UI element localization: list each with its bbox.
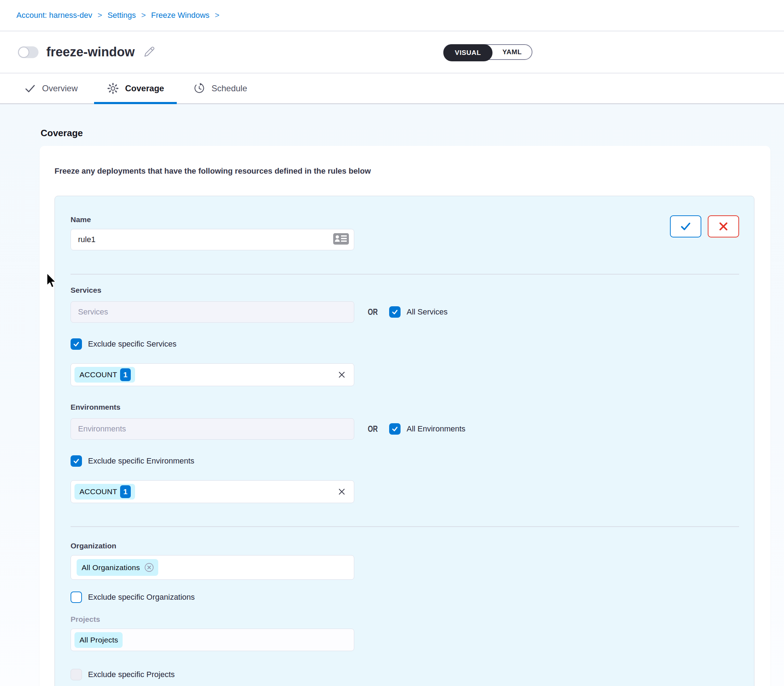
toggle-knob: [18, 47, 29, 58]
environments-label: Environments: [70, 403, 739, 412]
rule-name-input[interactable]: [70, 229, 354, 250]
tab-coverage[interactable]: Coverage: [94, 74, 177, 103]
divider: [70, 274, 739, 274]
breadcrumb-link-account[interactable]: Account: harness-dev: [16, 11, 92, 20]
breadcrumb-separator: >: [98, 11, 102, 20]
exclude-environments-checkbox[interactable]: [70, 455, 82, 467]
tag-text: All Organizations: [81, 564, 140, 572]
exclude-services-label: Exclude specific Services: [88, 340, 176, 349]
exclude-organizations-checkbox[interactable]: [70, 591, 82, 603]
breadcrumb-separator: >: [215, 11, 220, 20]
services-input: [70, 301, 354, 323]
checkmark-icon: [73, 340, 80, 348]
coverage-description: Freeze any deployments that have the fol…: [54, 167, 771, 176]
checkmark-icon: [391, 425, 398, 433]
tab-label: Schedule: [211, 83, 247, 93]
environments-input: [70, 418, 354, 439]
all-projects-tag: All Projects: [75, 632, 122, 648]
organization-label: Organization: [70, 542, 739, 550]
rule-cancel-button[interactable]: [708, 216, 739, 237]
freeze-rule-card: Name: [54, 196, 755, 686]
schedule-clock-icon: [193, 82, 205, 95]
services-label: Services: [70, 286, 739, 294]
organization-input[interactable]: All Organizations: [70, 555, 354, 580]
page-title: freeze-window: [46, 44, 135, 60]
visual-yaml-toggle: VISUAL YAML: [443, 44, 532, 60]
coverage-content: Coverage Freeze any deployments that hav…: [0, 104, 784, 686]
or-label: OR: [368, 424, 378, 434]
checkmark-icon: [73, 457, 80, 465]
section-title: Coverage: [41, 127, 784, 139]
tab-label: Overview: [42, 83, 78, 93]
id-card-icon: [333, 231, 349, 248]
clear-icon[interactable]: [337, 371, 346, 379]
excluded-services-input[interactable]: ACCOUNT 1: [70, 363, 354, 386]
exclude-services-checkbox[interactable]: [70, 338, 82, 350]
freeze-enable-toggle[interactable]: [18, 46, 39, 58]
name-label: Name: [70, 216, 354, 224]
exclude-projects-label: Exclude specific Projects: [88, 670, 174, 679]
rule-confirm-button[interactable]: [670, 216, 701, 237]
breadcrumb-link-settings[interactable]: Settings: [108, 11, 136, 20]
blue-check-icon: [680, 220, 692, 232]
divider: [70, 526, 739, 527]
red-x-icon: [718, 221, 729, 232]
tabs-bar: Overview Coverage Schedule: [0, 74, 784, 104]
yaml-segment[interactable]: YAML: [492, 45, 532, 59]
exclude-projects-checkbox: [70, 669, 82, 680]
checkmark-icon: [391, 309, 398, 315]
breadcrumb: Account: harness-dev > Settings > Freeze…: [0, 0, 784, 31]
breadcrumb-link-freeze-windows[interactable]: Freeze Windows: [151, 11, 210, 20]
tag-scope: ACCOUNT: [80, 371, 117, 379]
tag-count-badge: 1: [120, 485, 131, 498]
tag-count-badge: 1: [120, 368, 131, 381]
excluded-environments-input[interactable]: ACCOUNT 1: [70, 480, 354, 503]
tag-text: All Projects: [80, 636, 118, 644]
all-services-checkbox[interactable]: [389, 306, 401, 318]
remove-tag-icon[interactable]: [144, 563, 154, 572]
tab-overview[interactable]: Overview: [24, 74, 78, 103]
gear-icon: [107, 82, 119, 95]
all-organizations-tag[interactable]: All Organizations: [77, 559, 158, 576]
all-environments-checkbox[interactable]: [389, 423, 401, 434]
excluded-environments-tag[interactable]: ACCOUNT 1: [75, 484, 135, 500]
breadcrumb-separator: >: [141, 11, 146, 20]
exclude-organizations-label: Exclude specific Organizations: [88, 593, 195, 602]
clear-icon[interactable]: [337, 487, 346, 496]
tag-scope: ACCOUNT: [80, 487, 117, 496]
visual-segment[interactable]: VISUAL: [443, 44, 492, 61]
check-icon: [24, 83, 36, 95]
tab-label: Coverage: [125, 83, 164, 93]
coverage-card: Freeze any deployments that have the fol…: [39, 146, 771, 686]
title-bar: freeze-window VISUAL YAML: [0, 31, 784, 74]
all-services-label: All Services: [407, 307, 448, 317]
or-label: OR: [368, 307, 378, 317]
projects-label: Projects: [70, 615, 739, 624]
excluded-services-tag[interactable]: ACCOUNT 1: [75, 367, 135, 382]
tab-schedule[interactable]: Schedule: [193, 74, 247, 103]
all-environments-label: All Environments: [407, 424, 465, 434]
edit-pencil-icon[interactable]: [142, 46, 155, 59]
exclude-environments-label: Exclude specific Environments: [88, 456, 194, 466]
projects-input: All Projects: [70, 629, 354, 651]
